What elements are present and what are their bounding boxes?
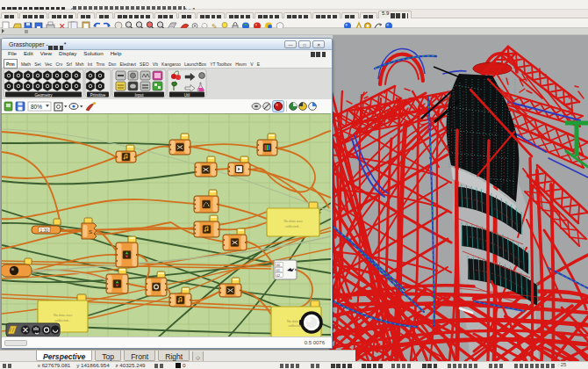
svg-text:collected...: collected... [285, 225, 301, 228]
svg-text:Geometry: Geometry [34, 93, 53, 98]
svg-text:S: S [89, 229, 92, 235]
svg-text:collected...: collected... [54, 319, 70, 322]
svg-text:No data was: No data was [54, 314, 72, 317]
svg-text:No data was: No data was [283, 220, 302, 223]
svg-text:Util: Util [184, 93, 190, 98]
svg-text:00: 00 [276, 263, 281, 267]
svg-text:Primitive: Primitive [90, 93, 106, 98]
svg-text:Input: Input [134, 93, 144, 98]
svg-text:80%: 80% [31, 104, 42, 110]
svg-text:02: 02 [276, 273, 281, 278]
svg-text:1:30: 1:30 [40, 228, 49, 233]
svg-text:01: 01 [276, 268, 281, 272]
